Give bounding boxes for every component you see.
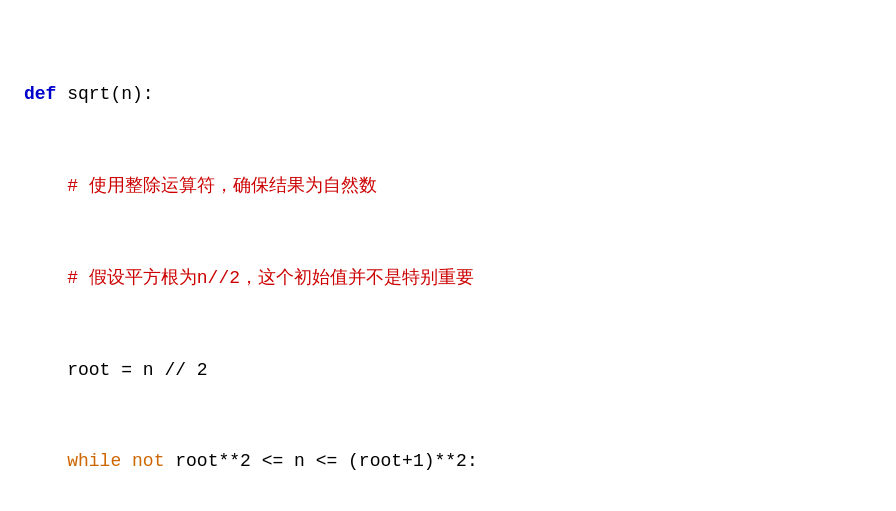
- code-indent: [24, 176, 67, 196]
- code-while-body: root**2 <= n <= (root+1)**2:: [164, 451, 477, 471]
- keyword-while: while not: [67, 451, 164, 471]
- comment2: # 假设平方根为n//2，这个初始值并不是特别重要: [67, 268, 474, 288]
- line-root-assign: root = n // 2: [24, 355, 872, 386]
- code-indent: root = n // 2: [24, 360, 208, 380]
- line-comment2: # 假设平方根为n//2，这个初始值并不是特别重要: [24, 263, 872, 294]
- keyword-def: def: [24, 84, 56, 104]
- line-def: def sqrt(n):: [24, 79, 872, 110]
- code-text: sqrt(n):: [56, 84, 153, 104]
- line-while: while not root**2 <= n <= (root+1)**2:: [24, 446, 872, 477]
- code-container: def sqrt(n): # 使用整除运算符，确保结果为自然数 # 假设平方根为…: [0, 0, 896, 511]
- code-indent: [24, 451, 67, 471]
- code-indent: [24, 268, 67, 288]
- comment1: # 使用整除运算符，确保结果为自然数: [67, 176, 377, 196]
- line-comment1: # 使用整除运算符，确保结果为自然数: [24, 171, 872, 202]
- code-block: def sqrt(n): # 使用整除运算符，确保结果为自然数 # 假设平方根为…: [24, 18, 872, 511]
